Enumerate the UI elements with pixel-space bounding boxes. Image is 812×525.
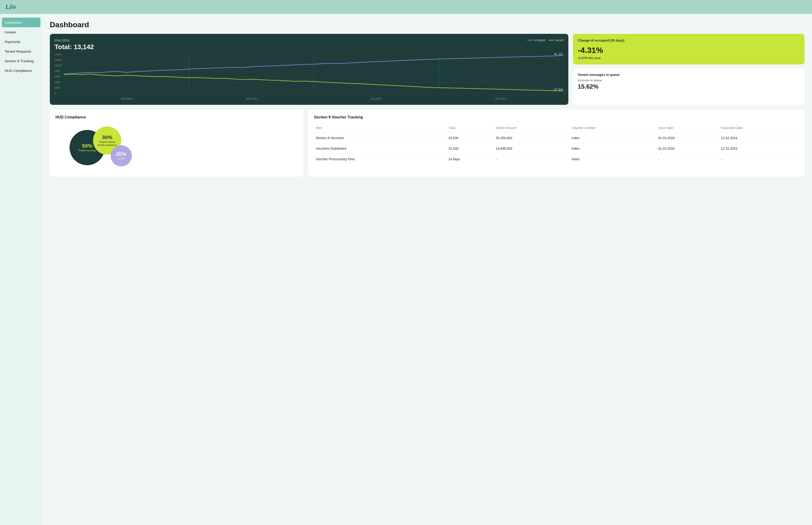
stats-column: Change of occupied (30 days) -4.31% -0.0…: [573, 34, 805, 105]
row1-issue: 01.01.2024: [656, 133, 719, 144]
sidebar-item-section8[interactable]: Section 8 Tracking: [0, 56, 42, 66]
col-item: Item: [314, 124, 446, 133]
sidebar-item-dashboard[interactable]: Dashboard: [2, 18, 41, 27]
row3-total: 14 days: [446, 154, 494, 165]
row3-dollar: -: [494, 154, 570, 165]
chart-svg: 12,345 797: [64, 53, 564, 94]
hud-compliance-card: HUD Compliance 50% Public housing 30% Pr…: [50, 109, 304, 177]
stat-messages-value: 15.62%: [578, 83, 800, 90]
chart-legend: occupied vacant: [527, 39, 564, 42]
app-logo: Liiv: [6, 3, 16, 11]
row2-dollar: 19,948,500: [494, 144, 570, 154]
row2-expiry: 12.31.2024: [719, 144, 799, 154]
chart-y-labels: 14000 12000 10000 8000 6000 4000 2000 0: [55, 53, 63, 94]
row2-total: 15,345: [446, 144, 494, 154]
bubble-project-label: Project basedrental assistance: [97, 140, 117, 147]
svg-text:797: 797: [553, 88, 564, 91]
col-dollar: Dollar Amount: [494, 124, 570, 133]
row1-voucher: Index: [570, 133, 657, 144]
row3-expiry: -: [719, 154, 799, 165]
legend-occupied-line: [527, 40, 533, 41]
col-expiry: Expiration date: [719, 124, 799, 133]
chart-title: PHA 2024: [55, 39, 564, 42]
stat-occupied-label: Change of occupied (30 days): [578, 39, 800, 42]
bubble-lihtc-pct: 20%: [116, 151, 126, 157]
page-title: Dashboard: [50, 20, 805, 29]
stat-card-occupied: Change of occupied (30 days) -4.31% -0.0…: [573, 34, 805, 64]
voucher-table-body: Section 8 Vouchers 19,500 25,350,000 Ind…: [314, 133, 799, 165]
app-header: Liiv: [0, 0, 812, 14]
voucher-table-head: Item Total Dollar Amount Voucher number …: [314, 124, 799, 133]
row1-expiry: 12.31.2024: [719, 133, 799, 144]
legend-occupied-label: occupied: [534, 39, 545, 42]
pha-chart-card: PHA 2024 Total: 13,142 occupied vacant 1…: [50, 34, 568, 105]
chart-x-labels: JAN-MAR APR-JUN JUL-SEP OCT-DEC: [64, 97, 564, 100]
bubble-lihtc-label: LIHTC: [118, 157, 125, 160]
row3-item: Voucher Proccessing Time: [314, 154, 446, 165]
hud-card-title: HUD Compliance: [56, 115, 298, 119]
row1-dollar: 25,350,000: [494, 133, 570, 144]
bottom-row: HUD Compliance 50% Public housing 30% Pr…: [50, 109, 805, 177]
bubble-lihtc: 20% LIHTC: [111, 145, 132, 166]
sidebar-item-leases[interactable]: Leases: [0, 27, 42, 37]
top-row: PHA 2024 Total: 13,142 occupied vacant 1…: [50, 34, 805, 105]
table-row: Section 8 Vouchers 19,500 25,350,000 Ind…: [314, 133, 799, 144]
voucher-header-row: Item Total Dollar Amount Voucher number …: [314, 124, 799, 133]
chart-total: Total: 13,142: [55, 43, 564, 51]
svg-text:12,345: 12,345: [553, 53, 564, 56]
app-body: Dashboard Leases Payments Tenant Request…: [0, 14, 812, 525]
row2-issue: 01.01.2024: [656, 144, 719, 154]
row3-issue: -: [656, 154, 719, 165]
sidebar-item-payments[interactable]: Payments: [0, 37, 42, 46]
chart-area: 14000 12000 10000 8000 6000 4000 2000 0: [55, 53, 564, 100]
stat-messages-label: Tenant messages in queue: [578, 73, 800, 77]
sidebar: Dashboard Leases Payments Tenant Request…: [0, 14, 42, 525]
main-content: Dashboard PHA 2024 Total: 13,142 occupie…: [42, 14, 812, 525]
voucher-card-title: Section 8 Voucher Tracking: [314, 115, 799, 119]
row2-voucher: Index: [570, 144, 657, 154]
stat-occupied-value: -4.31%: [578, 46, 800, 55]
bubble-project-pct: 30%: [102, 134, 112, 140]
stat-card-messages: Tenant messages in queue Increase in que…: [573, 68, 805, 105]
table-row: Vouchers Distributed 15,345 19,948,500 I…: [314, 144, 799, 154]
row3-voucher: Index: [570, 154, 657, 165]
table-row: Voucher Proccessing Time 14 days - Index…: [314, 154, 799, 165]
stat-messages-sub: Increase in queue: [578, 78, 800, 82]
bubble-chart: 50% Public housing 30% Project basedrent…: [56, 124, 298, 171]
col-total: Total: [446, 124, 494, 133]
voucher-tracking-card: Section 8 Voucher Tracking Item Total Do…: [308, 109, 805, 177]
bubble-public-pct: 50%: [82, 143, 92, 149]
col-voucher: Voucher number: [570, 124, 657, 133]
bubble-public-label: Public housing: [79, 149, 96, 152]
legend-vacant-line: [549, 40, 554, 41]
legend-occupied: occupied: [527, 39, 545, 42]
legend-vacant: vacant: [549, 39, 564, 42]
col-issue: Issue date: [656, 124, 719, 133]
legend-vacant-label: vacant: [555, 39, 564, 42]
row1-total: 19,500: [446, 133, 494, 144]
chart-svg-container: 12,345 797: [64, 53, 564, 94]
sidebar-item-hud[interactable]: HUD Compliance: [0, 66, 42, 75]
row2-item: Vouchers Distributed: [314, 144, 446, 154]
row1-item: Section 8 Vouchers: [314, 133, 446, 144]
sidebar-item-tenant-requests[interactable]: Tenant Requests: [0, 46, 42, 56]
stat-occupied-sub: -0.07% this year: [578, 56, 800, 60]
voucher-table: Item Total Dollar Amount Voucher number …: [314, 124, 799, 164]
